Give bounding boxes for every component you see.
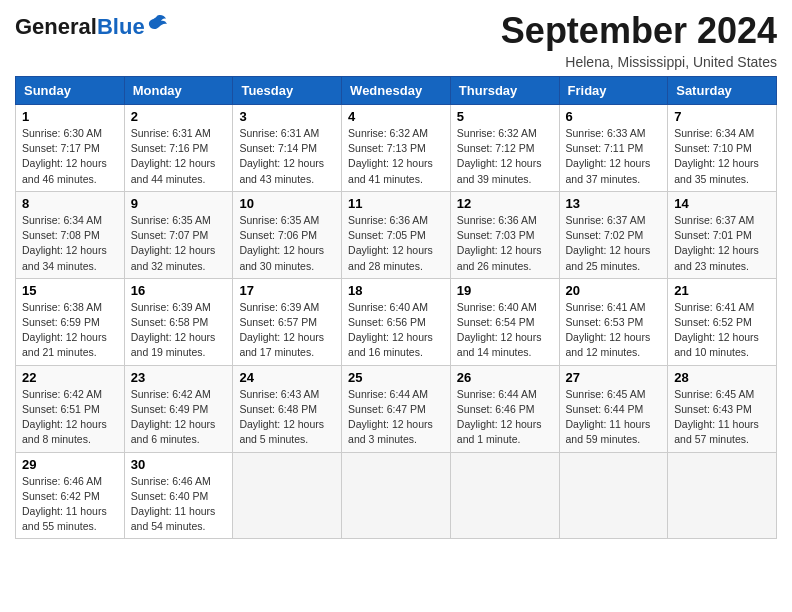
calendar-cell: 8Sunrise: 6:34 AMSunset: 7:08 PMDaylight… [16,191,125,278]
logo: GeneralBlue [15,14,167,40]
day-info-line: Sunset: 7:08 PM [22,228,118,243]
day-info-line: and 34 minutes. [22,259,118,274]
month-year: September 2024 [501,10,777,52]
day-number: 30 [131,457,227,472]
day-info: Sunrise: 6:39 AMSunset: 6:58 PMDaylight:… [131,300,227,361]
day-info: Sunrise: 6:32 AMSunset: 7:12 PMDaylight:… [457,126,553,187]
day-info-line: Sunset: 6:59 PM [22,315,118,330]
day-info-line: and 35 minutes. [674,172,770,187]
day-info-line: Sunrise: 6:45 AM [566,387,662,402]
day-info-line: Sunset: 6:44 PM [566,402,662,417]
calendar-cell [342,452,451,539]
calendar-cell: 4Sunrise: 6:32 AMSunset: 7:13 PMDaylight… [342,105,451,192]
day-info-line: Daylight: 12 hours [566,243,662,258]
day-info-line: Sunset: 7:06 PM [239,228,335,243]
day-info-line: and 41 minutes. [348,172,444,187]
weekday-header-tuesday: Tuesday [233,77,342,105]
day-info: Sunrise: 6:40 AMSunset: 6:56 PMDaylight:… [348,300,444,361]
day-number: 24 [239,370,335,385]
day-info-line: Sunset: 6:58 PM [131,315,227,330]
day-info-line: Daylight: 12 hours [457,243,553,258]
day-info-line: and 21 minutes. [22,345,118,360]
logo-blue: Blue [97,14,145,39]
day-number: 4 [348,109,444,124]
day-info-line: Sunrise: 6:35 AM [131,213,227,228]
weekday-header-saturday: Saturday [668,77,777,105]
calendar-table: SundayMondayTuesdayWednesdayThursdayFrid… [15,76,777,539]
calendar-cell: 30Sunrise: 6:46 AMSunset: 6:40 PMDayligh… [124,452,233,539]
day-info-line: Daylight: 11 hours [674,417,770,432]
day-info-line: Daylight: 12 hours [674,330,770,345]
day-info-line: Sunrise: 6:32 AM [348,126,444,141]
day-info-line: Sunrise: 6:39 AM [239,300,335,315]
day-number: 22 [22,370,118,385]
day-number: 15 [22,283,118,298]
day-info-line: Sunrise: 6:41 AM [566,300,662,315]
calendar-cell: 24Sunrise: 6:43 AMSunset: 6:48 PMDayligh… [233,365,342,452]
day-info: Sunrise: 6:31 AMSunset: 7:14 PMDaylight:… [239,126,335,187]
day-info: Sunrise: 6:36 AMSunset: 7:03 PMDaylight:… [457,213,553,274]
day-info-line: Sunrise: 6:40 AM [457,300,553,315]
day-info-line: and 46 minutes. [22,172,118,187]
day-info: Sunrise: 6:38 AMSunset: 6:59 PMDaylight:… [22,300,118,361]
weekday-header-row: SundayMondayTuesdayWednesdayThursdayFrid… [16,77,777,105]
weekday-header-wednesday: Wednesday [342,77,451,105]
day-info-line: Daylight: 12 hours [674,156,770,171]
day-info: Sunrise: 6:35 AMSunset: 7:07 PMDaylight:… [131,213,227,274]
day-number: 19 [457,283,553,298]
day-info-line: and 43 minutes. [239,172,335,187]
day-info-line: Daylight: 12 hours [674,243,770,258]
day-info-line: Sunset: 6:49 PM [131,402,227,417]
calendar-cell [233,452,342,539]
day-info: Sunrise: 6:34 AMSunset: 7:08 PMDaylight:… [22,213,118,274]
day-info-line: Daylight: 12 hours [348,156,444,171]
calendar-cell: 21Sunrise: 6:41 AMSunset: 6:52 PMDayligh… [668,278,777,365]
weekday-header-sunday: Sunday [16,77,125,105]
day-info-line: Sunrise: 6:30 AM [22,126,118,141]
location: Helena, Mississippi, United States [501,54,777,70]
day-info: Sunrise: 6:45 AMSunset: 6:43 PMDaylight:… [674,387,770,448]
day-number: 29 [22,457,118,472]
title-area: September 2024 Helena, Mississippi, Unit… [501,10,777,70]
calendar-cell [668,452,777,539]
day-info: Sunrise: 6:41 AMSunset: 6:52 PMDaylight:… [674,300,770,361]
day-info-line: Sunset: 6:53 PM [566,315,662,330]
day-info-line: and 14 minutes. [457,345,553,360]
day-info-line: Sunrise: 6:36 AM [348,213,444,228]
day-info-line: and 30 minutes. [239,259,335,274]
day-number: 7 [674,109,770,124]
day-info-line: and 25 minutes. [566,259,662,274]
day-info-line: Daylight: 11 hours [131,504,227,519]
week-row-1: 1Sunrise: 6:30 AMSunset: 7:17 PMDaylight… [16,105,777,192]
day-info-line: Sunrise: 6:33 AM [566,126,662,141]
day-info-line: and 6 minutes. [131,432,227,447]
day-info-line: Sunrise: 6:39 AM [131,300,227,315]
day-number: 2 [131,109,227,124]
day-number: 26 [457,370,553,385]
weekday-header-thursday: Thursday [450,77,559,105]
calendar-cell: 25Sunrise: 6:44 AMSunset: 6:47 PMDayligh… [342,365,451,452]
day-info-line: Daylight: 12 hours [239,243,335,258]
day-info-line: Sunset: 7:17 PM [22,141,118,156]
day-info-line: Sunset: 7:02 PM [566,228,662,243]
day-info-line: Sunrise: 6:34 AM [674,126,770,141]
day-number: 18 [348,283,444,298]
day-info-line: Daylight: 12 hours [348,243,444,258]
day-info-line: Sunrise: 6:36 AM [457,213,553,228]
day-info-line: and 28 minutes. [348,259,444,274]
calendar-cell: 19Sunrise: 6:40 AMSunset: 6:54 PMDayligh… [450,278,559,365]
day-info-line: Sunrise: 6:38 AM [22,300,118,315]
day-info-line: Daylight: 12 hours [457,156,553,171]
day-number: 12 [457,196,553,211]
day-number: 11 [348,196,444,211]
day-number: 21 [674,283,770,298]
day-info: Sunrise: 6:36 AMSunset: 7:05 PMDaylight:… [348,213,444,274]
day-info-line: Sunrise: 6:32 AM [457,126,553,141]
calendar-cell: 17Sunrise: 6:39 AMSunset: 6:57 PMDayligh… [233,278,342,365]
day-number: 27 [566,370,662,385]
day-info-line: and 32 minutes. [131,259,227,274]
day-info-line: Sunset: 6:54 PM [457,315,553,330]
day-info-line: Daylight: 12 hours [566,330,662,345]
day-number: 16 [131,283,227,298]
day-info-line: and 16 minutes. [348,345,444,360]
